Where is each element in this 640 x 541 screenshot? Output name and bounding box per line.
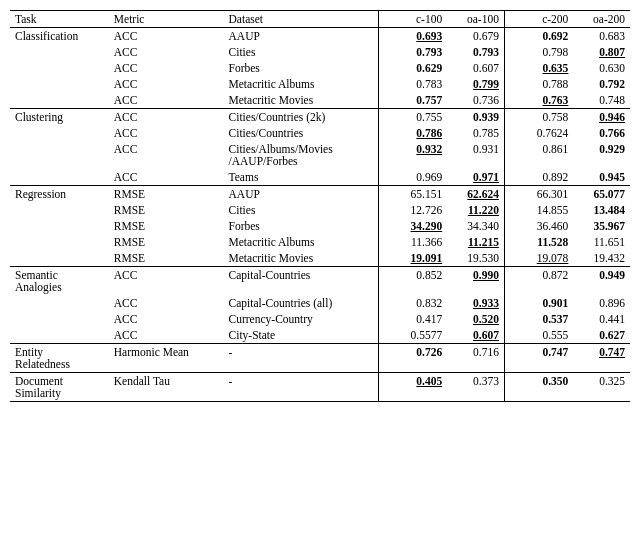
- cell-metric: ACC: [109, 125, 224, 141]
- table-container: Task Metric Dataset c-100 oa-100 c-200 o…: [10, 10, 630, 402]
- cell-oa100: 0.373: [447, 373, 504, 402]
- col-oa200: oa-200: [573, 11, 630, 28]
- cell-c100: 34.290: [391, 218, 447, 234]
- col-divider-empty2: [504, 60, 517, 76]
- cell-c100: 0.726: [391, 344, 447, 373]
- col-divider-empty: [378, 44, 391, 60]
- cell-oa200: 0.945: [573, 169, 630, 186]
- cell-metric: Harmonic Mean: [109, 344, 224, 373]
- cell-c200: 19.078: [517, 250, 573, 267]
- cell-dataset: Forbes: [224, 60, 379, 76]
- table-row: ACCCities0.7930.7930.7980.807: [10, 44, 630, 60]
- cell-c200: 0.872: [517, 267, 573, 296]
- table-row: ClassificationACCAAUP0.6930.6790.6920.68…: [10, 28, 630, 45]
- cell-dataset: Cities/Countries: [224, 125, 379, 141]
- cell-dataset: Capital-Countries (all): [224, 295, 379, 311]
- cell-metric: ACC: [109, 28, 224, 45]
- cell-c200: 0.763: [517, 92, 573, 109]
- table-row: RMSEMetacritic Movies19.09119.53019.0781…: [10, 250, 630, 267]
- cell-c100: 0.852: [391, 267, 447, 296]
- cell-task: Regression: [10, 186, 109, 203]
- col-divider-empty2: [504, 202, 517, 218]
- col-divider-empty: [378, 373, 391, 402]
- col-oa100: oa-100: [447, 11, 504, 28]
- cell-c100: 19.091: [391, 250, 447, 267]
- cell-c100: 0.786: [391, 125, 447, 141]
- col-divider-empty: [378, 76, 391, 92]
- cell-dataset: Cities/Albums/Movies/AAUP/Forbes: [224, 141, 379, 169]
- col-divider-empty: [378, 267, 391, 296]
- cell-oa200: 19.432: [573, 250, 630, 267]
- cell-dataset: Capital-Countries: [224, 267, 379, 296]
- cell-dataset: Cities: [224, 44, 379, 60]
- cell-metric: Kendall Tau: [109, 373, 224, 402]
- col-dataset: Dataset: [224, 11, 379, 28]
- cell-oa200: 65.077: [573, 186, 630, 203]
- cell-task: [10, 125, 109, 141]
- cell-c200: 0.861: [517, 141, 573, 169]
- cell-c100: 0.793: [391, 44, 447, 60]
- cell-oa200: 0.766: [573, 125, 630, 141]
- cell-c200: 0.350: [517, 373, 573, 402]
- cell-oa100: 0.607: [447, 60, 504, 76]
- cell-c200: 0.892: [517, 169, 573, 186]
- cell-oa200: 0.929: [573, 141, 630, 169]
- cell-metric: ACC: [109, 267, 224, 296]
- col-divider-empty2: [504, 28, 517, 45]
- cell-metric: ACC: [109, 44, 224, 60]
- col-divider-empty: [378, 250, 391, 267]
- cell-c200: 0.537: [517, 311, 573, 327]
- cell-oa100: 0.793: [447, 44, 504, 60]
- cell-oa200: 35.967: [573, 218, 630, 234]
- results-table: Task Metric Dataset c-100 oa-100 c-200 o…: [10, 10, 630, 402]
- cell-task: DocumentSimilarity: [10, 373, 109, 402]
- cell-c200: 0.692: [517, 28, 573, 45]
- col-divider-empty2: [504, 311, 517, 327]
- col-divider-empty2: [504, 186, 517, 203]
- cell-metric: RMSE: [109, 186, 224, 203]
- cell-oa200: 0.627: [573, 327, 630, 344]
- col-divider-empty2: [504, 125, 517, 141]
- cell-oa200: 0.747: [573, 344, 630, 373]
- table-row: ACCCity-State0.55770.6070.5550.627: [10, 327, 630, 344]
- table-header-row: Task Metric Dataset c-100 oa-100 c-200 o…: [10, 11, 630, 28]
- table-row: SemanticAnalogiesACCCapital-Countries0.8…: [10, 267, 630, 296]
- cell-oa100: 0.799: [447, 76, 504, 92]
- col-divider-empty2: [504, 44, 517, 60]
- cell-dataset: -: [224, 344, 379, 373]
- cell-oa200: 0.946: [573, 109, 630, 126]
- table-row: ACCCities/Countries0.7860.7850.76240.766: [10, 125, 630, 141]
- col-divider-empty: [378, 218, 391, 234]
- cell-oa200: 0.748: [573, 92, 630, 109]
- cell-dataset: City-State: [224, 327, 379, 344]
- cell-metric: RMSE: [109, 202, 224, 218]
- cell-task: [10, 141, 109, 169]
- cell-c200: 14.855: [517, 202, 573, 218]
- cell-task: EntityRelatedness: [10, 344, 109, 373]
- cell-c100: 0.969: [391, 169, 447, 186]
- cell-oa100: 0.607: [447, 327, 504, 344]
- table-row: ACCCurrency-Country0.4170.5200.5370.441: [10, 311, 630, 327]
- table-row: ACCTeams0.9690.9710.8920.945: [10, 169, 630, 186]
- cell-metric: ACC: [109, 141, 224, 169]
- cell-metric: ACC: [109, 92, 224, 109]
- cell-oa200: 11.651: [573, 234, 630, 250]
- cell-c200: 0.758: [517, 109, 573, 126]
- cell-task: [10, 327, 109, 344]
- table-row: DocumentSimilarityKendall Tau-0.4050.373…: [10, 373, 630, 402]
- cell-c200: 0.747: [517, 344, 573, 373]
- col-c100: c-100: [391, 11, 447, 28]
- table-row: ACCCapital-Countries (all)0.8320.9330.90…: [10, 295, 630, 311]
- cell-metric: RMSE: [109, 250, 224, 267]
- cell-c100: 0.405: [391, 373, 447, 402]
- cell-metric: ACC: [109, 109, 224, 126]
- col-divider-empty: [378, 60, 391, 76]
- cell-c100: 0.417: [391, 311, 447, 327]
- cell-metric: RMSE: [109, 218, 224, 234]
- col-divider-empty: [378, 186, 391, 203]
- cell-dataset: Metacritic Movies: [224, 92, 379, 109]
- cell-oa100: 0.931: [447, 141, 504, 169]
- cell-c200: 0.788: [517, 76, 573, 92]
- col-divider-empty2: [504, 169, 517, 186]
- cell-dataset: -: [224, 373, 379, 402]
